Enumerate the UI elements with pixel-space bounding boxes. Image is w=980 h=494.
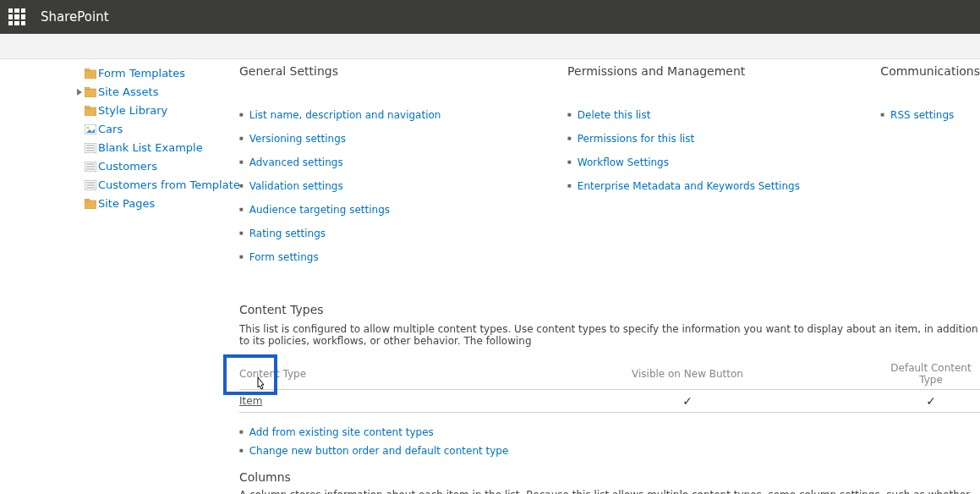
svg-rect-22 [85, 200, 96, 209]
general-settings-links: List name, description and navigation Ve… [239, 103, 567, 269]
sidebar-item-customers[interactable]: Customers [85, 157, 217, 176]
top-bar: SharePoint [0, 0, 980, 34]
sidebar-item-cars[interactable]: Cars [85, 120, 217, 139]
ct-header-visible: Visible on New Button [493, 359, 882, 390]
svg-rect-5 [85, 107, 96, 116]
check-icon: ✓ [926, 394, 936, 408]
svg-rect-6 [85, 106, 90, 108]
columns-title: Columns [239, 470, 980, 484]
link-list-name[interactable]: List name, description and navigation [249, 109, 441, 121]
list-icon [85, 179, 96, 191]
sidebar-link[interactable]: Form Templates [98, 66, 185, 81]
svg-rect-3 [85, 89, 96, 97]
svg-rect-4 [85, 87, 90, 90]
link-enterprise-metadata[interactable]: Enterprise Metadata and Keywords Setting… [578, 180, 800, 192]
link-delete-list[interactable]: Delete this list [578, 109, 651, 121]
ct-header-name: Content Type [239, 359, 493, 390]
sidebar-link[interactable]: Style Library [98, 103, 167, 118]
link-rating[interactable]: Rating settings [249, 228, 326, 239]
content-types-title: Content Types [239, 303, 980, 316]
sidebar-link[interactable]: Blank List Example [98, 140, 203, 156]
svg-rect-0 [85, 70, 96, 79]
sidebar-link[interactable]: Site Assets [98, 85, 158, 100]
expand-caret-icon[interactable] [76, 89, 83, 96]
sidebar-link[interactable]: Customers [98, 159, 157, 174]
ribbon-area [0, 34, 980, 59]
sidebar-link[interactable]: Cars [98, 122, 123, 137]
link-add-content-types[interactable]: Add from existing site content types [249, 426, 434, 438]
folder-icon [85, 68, 96, 80]
ct-header-default: Default Content Type [882, 359, 980, 390]
sidebar-item-customers-template[interactable]: Customers from Template [85, 176, 217, 195]
permissions-links: Delete this list Permissions for this li… [567, 103, 880, 198]
section-header-permissions: Permissions and Management [567, 64, 880, 78]
sidebar-link[interactable]: Customers from Template [98, 178, 240, 193]
sidebar-item-blank-list[interactable]: Blank List Example [85, 139, 217, 157]
sidebar-item-site-assets[interactable]: Site Assets [85, 83, 217, 102]
communications-links: RSS settings [880, 103, 980, 127]
sidebar-nav: Form Templates Site Assets Style Library… [0, 64, 224, 494]
content-types-actions: Add from existing site content types Cha… [239, 423, 980, 460]
main-content: General Settings List name, description … [224, 64, 980, 494]
svg-rect-1 [85, 69, 90, 71]
link-change-button-order[interactable]: Change new button order and default cont… [249, 445, 509, 457]
svg-rect-23 [85, 199, 90, 201]
sidebar-item-form-templates[interactable]: Form Templates [85, 64, 217, 83]
svg-point-8 [87, 127, 90, 129]
check-icon: ✓ [682, 394, 693, 408]
section-header-communications: Communications [880, 64, 980, 78]
image-list-icon [85, 124, 96, 135]
link-form-settings[interactable]: Form settings [249, 251, 319, 263]
sidebar-link[interactable]: Site Pages [98, 196, 155, 211]
list-icon [85, 142, 96, 154]
content-type-row: Item ✓ ✓ [239, 390, 980, 413]
folder-icon [85, 198, 96, 210]
link-workflow[interactable]: Workflow Settings [578, 156, 669, 168]
link-rss[interactable]: RSS settings [890, 109, 954, 121]
folder-icon [85, 86, 96, 98]
link-permissions[interactable]: Permissions for this list [578, 133, 694, 145]
link-versioning[interactable]: Versioning settings [249, 133, 346, 145]
content-types-description: This list is configured to allow multipl… [239, 323, 980, 347]
app-launcher-icon[interactable] [8, 8, 25, 25]
folder-icon [85, 105, 96, 117]
sidebar-item-style-library[interactable]: Style Library [85, 102, 217, 120]
section-header-general: General Settings [239, 64, 567, 78]
link-validation[interactable]: Validation settings [249, 180, 343, 192]
link-audience[interactable]: Audience targeting settings [249, 204, 390, 216]
svg-marker-2 [77, 89, 82, 96]
list-icon [85, 161, 96, 173]
link-advanced[interactable]: Advanced settings [249, 156, 343, 168]
app-name: SharePoint [41, 9, 109, 25]
sidebar-item-site-pages[interactable]: Site Pages [85, 195, 217, 213]
content-type-link-item[interactable]: Item [239, 395, 262, 407]
columns-description: A column stores information about each i… [239, 489, 980, 494]
content-types-table: Content Type Visible on New Button Defau… [239, 359, 980, 413]
